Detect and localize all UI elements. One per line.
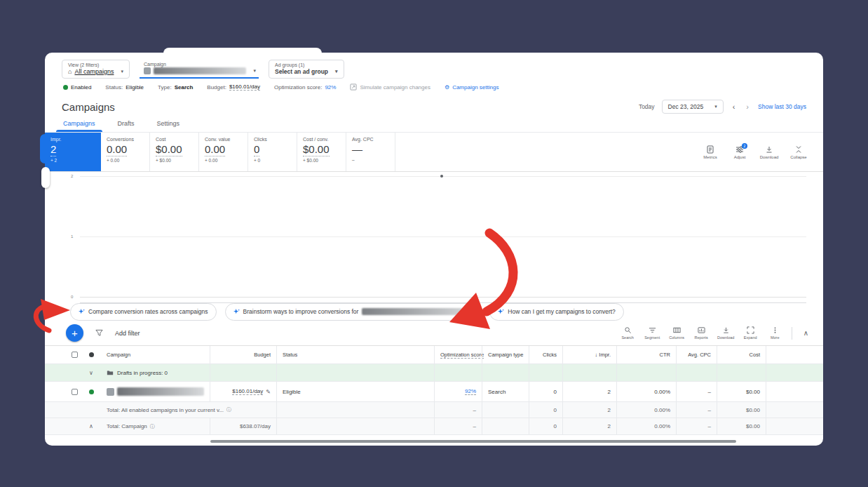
scorecard-cost[interactable]: Cost $0.00 + $0.00	[150, 133, 199, 171]
total-campaign-row: ∧ Total: Campaign ⓘ $638.07/day – 0 2 0.…	[45, 418, 823, 435]
add-filter-button[interactable]: Add filter	[115, 330, 140, 337]
column-clicks[interactable]: Clicks	[529, 346, 562, 363]
chip-compare-conversion-rates[interactable]: Compare conversion rates across campaign…	[70, 303, 217, 321]
column-campaign-type[interactable]: Campaign type	[482, 346, 529, 363]
scorecard-clicks[interactable]: Clicks 0 + 0	[248, 133, 297, 171]
campaign-type-icon	[144, 67, 151, 74]
info-icon[interactable]: ⓘ	[150, 423, 155, 430]
budget-field[interactable]: Budget: $160.01/day	[207, 84, 260, 91]
column-status[interactable]: Status	[276, 346, 434, 363]
scorecard-avg-cpc[interactable]: Avg. CPC — –	[346, 133, 395, 171]
info-icon[interactable]: ⓘ	[226, 406, 231, 413]
page-title: Campaigns	[62, 101, 115, 113]
side-panel-handle[interactable]	[41, 167, 50, 188]
drafts-row[interactable]: ∨ Drafts in progress: 0	[45, 364, 823, 382]
screen: { "selectors": { "view": { "label": "Vie…	[0, 0, 868, 487]
cost-total: $0.00	[717, 402, 766, 418]
clicks-value: 0	[529, 382, 562, 401]
campaign-selector[interactable]: Campaign ▾	[140, 60, 259, 79]
column-optimization-score[interactable]: Optimization score	[434, 346, 482, 363]
columns-button[interactable]: Columns	[665, 326, 689, 340]
view-selector[interactable]: View (2 filters) ⌂ All campaigns ▾	[62, 60, 130, 79]
chart-data-point[interactable]	[440, 175, 443, 178]
search-button[interactable]: Search	[616, 326, 639, 340]
table-tools: Search Segment Columns Reports Download …	[616, 326, 815, 340]
metrics-button[interactable]: Metrics	[697, 145, 724, 159]
collapse-total-chevron[interactable]: ∧	[89, 423, 93, 429]
enabled-dot-icon[interactable]	[89, 389, 94, 394]
chip-how-to-convert[interactable]: How can I get my campaigns to convert?	[489, 303, 624, 321]
show-last-30-days-link[interactable]: Show last 30 days	[758, 103, 806, 110]
table-toolbar: + Add filter Search Segment Columns Repo…	[45, 321, 823, 346]
date-range-bar: Today Dec 23, 2025 ▾ ‹ › Show last 30 da…	[639, 100, 806, 114]
segment-button[interactable]: Segment	[641, 326, 664, 340]
optimization-score-field[interactable]: Optimization score: 92%	[274, 84, 336, 91]
adjust-button[interactable]: 2 Adjust	[726, 145, 753, 159]
tab-bar: Campaigns Drafts Settings	[45, 120, 823, 133]
ad-group-selector-label: Ad groups (1)	[275, 62, 338, 67]
toolbar-divider	[792, 327, 792, 340]
column-campaign[interactable]: Campaign	[101, 346, 210, 363]
simulate-changes-button[interactable]: Simulate campaign changes	[350, 84, 430, 91]
column-budget[interactable]: Budget	[210, 346, 276, 363]
simulate-icon	[350, 84, 357, 91]
ad-group-selector[interactable]: Ad groups (1) Select an ad group ▾	[269, 60, 344, 79]
scorecard-conversions[interactable]: Conversions 0.00 + 0.00	[101, 133, 150, 171]
ad-group-selector-value: Select an ad group	[275, 68, 328, 75]
date-picker[interactable]: Dec 23, 2025 ▾	[662, 100, 724, 114]
budget-value[interactable]: $160.01/day	[232, 388, 263, 395]
campaign-settings-link[interactable]: ⚙ Campaign settings	[445, 84, 499, 91]
status-filter-icon[interactable]	[89, 352, 94, 357]
chevron-down-icon: ▾	[121, 69, 123, 74]
filter-button[interactable]	[95, 329, 103, 337]
column-ctr[interactable]: CTR	[616, 346, 676, 363]
more-vert-icon	[771, 326, 779, 334]
chart-tool-buttons: Metrics 2 Adjust Download Collapse	[697, 133, 823, 171]
row-checkbox[interactable]	[72, 389, 78, 395]
segment-icon	[649, 326, 656, 334]
campaign-name-redacted	[117, 387, 204, 396]
column-impressions[interactable]: ↓ Impr.	[562, 346, 616, 363]
download-chart-button[interactable]: Download	[756, 145, 782, 159]
previous-period-button[interactable]: ‹	[731, 102, 738, 111]
view-selector-label: View (2 filters)	[68, 62, 123, 67]
scorecard-conv-value[interactable]: Conv. value 0.00 + 0.00	[199, 133, 248, 171]
tab-drafts[interactable]: Drafts	[116, 120, 136, 132]
enabled-status[interactable]: Enabled	[63, 84, 91, 91]
chip-brainstorm-conversions[interactable]: Brainstorm ways to improve conversions f…	[225, 303, 482, 321]
new-campaign-button[interactable]: +	[66, 324, 83, 342]
x-axis-line	[80, 302, 806, 303]
reports-button[interactable]: Reports	[690, 326, 713, 340]
tab-settings[interactable]: Settings	[156, 120, 182, 132]
total-enabled-row: Total: All enabled campaigns in your cur…	[45, 402, 823, 418]
optimization-score-link[interactable]: 92%	[465, 388, 476, 395]
ctr-total: 0.00%	[616, 418, 676, 434]
column-avg-cpc[interactable]: Avg. CPC	[676, 346, 717, 363]
opt-score-total: –	[434, 418, 482, 434]
clicks-total: 0	[529, 418, 562, 434]
reports-icon	[698, 326, 705, 334]
scorecard-strip: Impr. 2 + 2 Conversions 0.00 + 0.00 Cost…	[45, 133, 823, 172]
scorecard-impressions[interactable]: Impr. 2 + 2	[45, 133, 101, 171]
collapse-table-button[interactable]: ∧	[797, 329, 815, 337]
total-enabled-label: Total: All enabled campaigns in your cur…	[107, 407, 224, 413]
collapse-drafts-chevron[interactable]: ∨	[89, 370, 93, 376]
select-all-checkbox[interactable]	[72, 352, 78, 358]
expand-button[interactable]: Expand	[739, 326, 762, 340]
campaign-row[interactable]: $160.01/day ✎ Eligible 92% Search 0 2 0.…	[45, 382, 823, 402]
sparkle-icon	[498, 309, 504, 315]
collapse-chart-button[interactable]: Collapse	[785, 145, 812, 159]
column-cost[interactable]: Cost	[717, 346, 766, 363]
chevron-down-icon: ▾	[253, 68, 256, 74]
edit-budget-icon[interactable]: ✎	[266, 389, 271, 395]
more-button[interactable]: More	[764, 326, 787, 340]
home-icon: ⌂	[68, 68, 72, 75]
horizontal-scrollbar[interactable]	[210, 440, 736, 443]
tab-campaigns[interactable]: Campaigns	[62, 120, 97, 132]
download-table-button[interactable]: Download	[714, 326, 738, 340]
title-row: Campaigns Today Dec 23, 2025 ▾ ‹ › Show …	[45, 91, 823, 114]
next-period-button[interactable]: ›	[744, 102, 751, 111]
ctr-value: 0.00%	[616, 382, 676, 401]
nav-expand-handle[interactable]	[40, 134, 50, 164]
scorecard-cost-per-conv[interactable]: Cost / conv. $0.00 + $0.00	[297, 133, 346, 171]
